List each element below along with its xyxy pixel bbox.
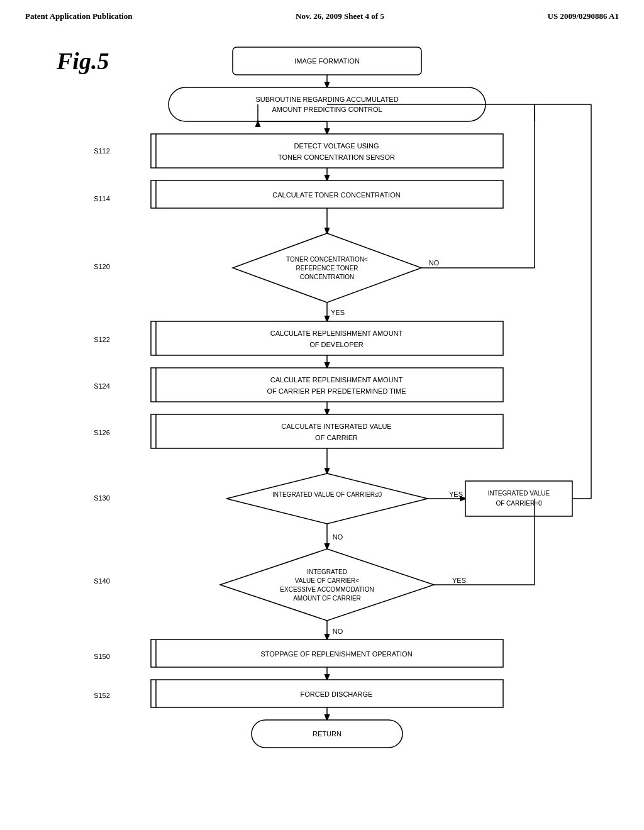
s140-text-3: EXCESSIVE ACCOMMODATION [280, 586, 374, 593]
s132-text-1: INTEGRATED VALUE [488, 490, 550, 497]
s150-text: STOPPAGE OF REPLENISHMENT OPERATION [260, 650, 412, 658]
header-left: Patent Application Publication [25, 11, 132, 21]
s124-label: S124 [94, 382, 110, 390]
s120-text-1: TONER CONCENTRATION< [286, 256, 368, 263]
s124-text-2: OF CARRIER PER PREDETERMINED TIME [267, 387, 406, 395]
s114-text: CALCULATE TONER CONCENTRATION [272, 191, 400, 199]
s132-box [465, 481, 572, 516]
s112-text-2: TONER CONCENTRATION SENSOR [278, 153, 395, 161]
s140-yes: YES [452, 577, 466, 584]
page-header: Patent Application Publication Nov. 26, … [0, 0, 644, 21]
s130-diamond [226, 473, 428, 524]
s152-label: S152 [94, 692, 110, 699]
s130-text-1: INTEGRATED VALUE OF CARRIER≤0 [272, 491, 382, 498]
subroutine-text-2: AMOUNT PREDICTING CONTROL [272, 106, 382, 113]
s120-label: S120 [94, 263, 110, 270]
s150-label: S150 [94, 653, 110, 660]
s140-no: NO [333, 628, 343, 635]
s124-box [151, 368, 503, 402]
flowchart-svg: IMAGE FORMATION SUBROUTINE REGARDING ACC… [57, 41, 597, 808]
image-formation-text: IMAGE FORMATION [294, 57, 360, 65]
s130-label: S130 [94, 494, 110, 502]
s140-diamond [220, 549, 434, 621]
s120-no: NO [429, 259, 440, 267]
flowchart: IMAGE FORMATION SUBROUTINE REGARDING ACC… [57, 41, 619, 805]
s122-text-2: OF DEVELOPER [309, 341, 364, 348]
s126-box [151, 414, 503, 448]
s140-text-1: INTEGRATED [307, 568, 347, 575]
s112-box [151, 134, 503, 168]
s132-text-2: OF CARRIER=0 [496, 500, 542, 507]
s152-text: FORCED DISCHARGE [301, 690, 373, 698]
s120-text-3: CONCENTRATION [300, 274, 354, 280]
s114-label: S114 [94, 195, 110, 202]
s122-box [151, 321, 503, 355]
s130-no: NO [333, 533, 343, 541]
s122-text-1: CALCULATE REPLENISHMENT AMOUNT [270, 329, 403, 337]
s122-label: S122 [94, 336, 110, 343]
s126-text-2: OF CARRIER [315, 434, 358, 441]
subroutine-text-1: SUBROUTINE REGARDING ACCUMULATED [255, 96, 398, 103]
s140-text-4: AMOUNT OF CARRIER [293, 595, 361, 602]
s140-text-2: VALUE OF CARRIER< [295, 577, 359, 584]
header-middle: Nov. 26, 2009 Sheet 4 of 5 [296, 11, 384, 21]
s126-text-1: CALCULATE INTEGRATED VALUE [281, 423, 391, 430]
s120-yes: YES [331, 309, 345, 316]
s126-label: S126 [94, 429, 110, 436]
header-right: US 2009/0290886 A1 [548, 11, 619, 21]
s112-text-1: DETECT VOLTAGE USING [294, 142, 379, 150]
s130-yes: YES [449, 490, 463, 498]
s112-label: S112 [94, 147, 110, 155]
return-text: RETURN [313, 730, 341, 738]
s124-text-1: CALCULATE REPLENISHMENT AMOUNT [270, 376, 403, 384]
s120-text-2: REFERENCE TONER [296, 265, 358, 272]
s140-label: S140 [94, 577, 110, 585]
